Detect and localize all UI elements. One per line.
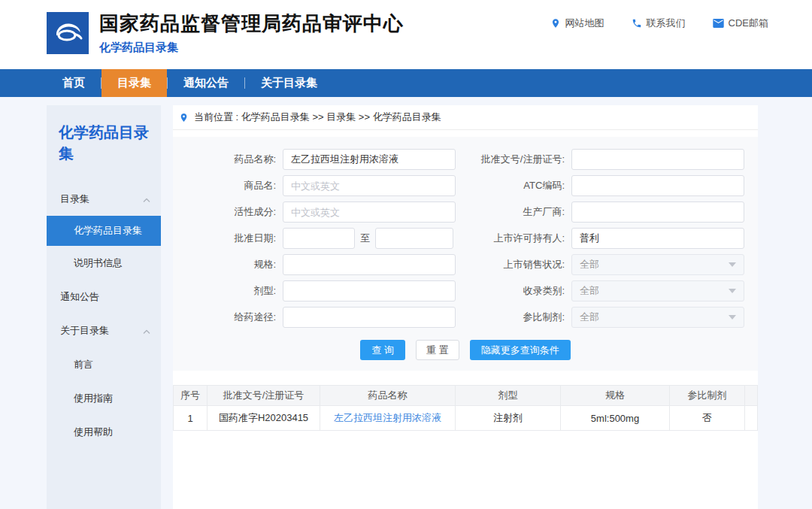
- approval-date-label: 批准日期:: [194, 232, 283, 245]
- search-button[interactable]: 查 询: [360, 340, 405, 360]
- contact-link-label: 联系我们: [647, 17, 686, 30]
- chevron-down-icon: [729, 262, 736, 267]
- location-pin-icon: [550, 18, 561, 29]
- phone-icon: [632, 18, 642, 29]
- main-nav: 首页 目录集 通知公告 关于目录集: [0, 69, 812, 97]
- form-row-manufacturer: 生产厂商:: [475, 201, 744, 223]
- cell-seq: 1: [174, 406, 208, 431]
- sidebar-item-user-guide[interactable]: 使用指南: [47, 381, 161, 415]
- cde-logo-icon: [47, 12, 89, 54]
- administration-route-input[interactable]: [283, 307, 456, 328]
- atc-code-input[interactable]: [571, 175, 744, 196]
- breadcrumb-text: 当前位置 : 化学药品目录集 >> 目录集 >> 化学药品目录集: [194, 111, 441, 124]
- spec-input[interactable]: [283, 254, 456, 275]
- form-row-drug-name: 药品名称:: [194, 149, 456, 170]
- license-holder-input[interactable]: [571, 228, 744, 249]
- approval-date-end-input[interactable]: [375, 228, 453, 249]
- column-header-approval-number: 批准文号/注册证号: [208, 386, 320, 406]
- form-row-active-ingredient: 活性成分:: [194, 201, 456, 223]
- sitemap-link-label: 网站地图: [565, 17, 604, 30]
- column-header-spec: 规格: [561, 386, 670, 406]
- cde-logo: [47, 12, 89, 54]
- cell-spec: 5ml:500mg: [561, 406, 670, 431]
- nav-item-home[interactable]: 首页: [47, 69, 101, 97]
- cde-mail-link-label: CDE邮箱: [729, 17, 768, 30]
- location-pin-icon: [179, 113, 189, 123]
- form-row-approval-date: 批准日期: 至: [194, 228, 456, 249]
- contact-link[interactable]: 联系我们: [632, 17, 686, 30]
- cell-drug-name: 左乙拉西坦注射用浓溶液: [320, 406, 456, 431]
- nav-item-about-catalog[interactable]: 关于目录集: [245, 69, 333, 97]
- breadcrumb: 当前位置 : 化学药品目录集 >> 目录集 >> 化学药品目录集: [173, 105, 758, 130]
- sidebar-item-announcements[interactable]: 通知公告: [47, 280, 161, 314]
- envelope-icon: [713, 19, 724, 28]
- reset-button[interactable]: 重 置: [416, 340, 459, 360]
- reference-product-value: 全部: [580, 311, 599, 324]
- result-table: 序号 批准文号/注册证号 药品名称 剂型 规格 参比制剂 1 国药准字H2020…: [173, 385, 758, 431]
- market-status-select[interactable]: 全部: [571, 254, 744, 275]
- cell-dosage-form: 注射剂: [456, 406, 561, 431]
- form-row-approval-number: 批准文号/注册证号:: [475, 149, 744, 170]
- administration-route-label: 给药途径:: [194, 311, 283, 324]
- table-row: 1 国药准字H20203415 左乙拉西坦注射用浓溶液 注射剂 5ml:500m…: [174, 406, 758, 431]
- column-header-drug-name: 药品名称: [320, 386, 456, 406]
- approval-number-label: 批准文号/注册证号:: [475, 153, 571, 166]
- search-form-left-column: 药品名称: 商品名: 活性成分: 批准日期: 至: [194, 149, 456, 328]
- manufacturer-input[interactable]: [571, 201, 744, 223]
- sidebar-item-foreword[interactable]: 前言: [47, 347, 161, 381]
- drug-name-label: 药品名称:: [194, 153, 283, 166]
- nav-item-announcements[interactable]: 通知公告: [168, 69, 244, 97]
- search-form: 药品名称: 商品名: 活性成分: 批准日期: 至: [173, 149, 758, 328]
- form-row-administration-route: 给药途径:: [194, 307, 456, 328]
- chevron-down-icon: [729, 289, 736, 293]
- reference-product-select[interactable]: 全部: [571, 307, 744, 328]
- market-status-value: 全部: [580, 258, 599, 271]
- approval-date-start-input[interactable]: [283, 228, 355, 249]
- cde-mail-link[interactable]: CDE邮箱: [713, 17, 768, 30]
- form-row-dosage-form: 剂型:: [194, 280, 456, 301]
- sidebar-item-catalog-group[interactable]: 目录集: [47, 182, 161, 216]
- sidebar-item-label-info[interactable]: 说明书信息: [47, 246, 161, 280]
- sidebar-item-help[interactable]: 使用帮助: [47, 415, 161, 449]
- form-row-atc-code: ATC编码:: [475, 175, 744, 196]
- site-header: 国家药品监督管理局药品审评中心 化学药品目录集 网站地图 联系我们 CDE邮箱: [0, 0, 812, 69]
- drug-name-input[interactable]: [283, 149, 456, 170]
- column-header-reference-product: 参比制剂: [670, 386, 745, 406]
- sidebar-title: 化学药品目录集: [47, 105, 161, 182]
- trade-name-label: 商品名:: [194, 179, 283, 192]
- form-row-reference-product: 参比制剂: 全部: [475, 307, 744, 328]
- reference-product-label: 参比制剂:: [475, 311, 571, 324]
- column-header-gutter: [745, 386, 758, 406]
- form-row-trade-name: 商品名:: [194, 175, 456, 196]
- inclusion-category-select[interactable]: 全部: [571, 280, 744, 301]
- cell-gutter: [745, 406, 758, 431]
- manufacturer-label: 生产厂商:: [475, 205, 571, 219]
- active-ingredient-input[interactable]: [283, 201, 456, 223]
- sitemap-link[interactable]: 网站地图: [550, 17, 604, 30]
- form-row-license-holder: 上市许可持有人:: [475, 228, 744, 249]
- sidebar: 化学药品目录集 目录集 化学药品目录集 说明书信息 通知公告 关于目录集 前言 …: [47, 105, 161, 509]
- license-holder-label: 上市许可持有人:: [475, 232, 571, 245]
- date-range-separator: 至: [360, 232, 370, 245]
- button-row: 查 询 重 置 隐藏更多查询条件: [173, 340, 758, 360]
- sidebar-item-about-catalog-group[interactable]: 关于目录集: [47, 314, 161, 347]
- site-subtitle: 化学药品目录集: [99, 41, 404, 55]
- toggle-more-conditions-button[interactable]: 隐藏更多查询条件: [470, 340, 571, 360]
- inclusion-category-label: 收录类别:: [475, 284, 571, 298]
- sidebar-item-label: 目录集: [60, 192, 89, 206]
- sidebar-item-chemical-drug-catalog[interactable]: 化学药品目录集: [47, 216, 161, 246]
- inclusion-category-value: 全部: [580, 284, 599, 298]
- drug-name-link[interactable]: 左乙拉西坦注射用浓溶液: [334, 411, 441, 425]
- trade-name-input[interactable]: [283, 175, 456, 196]
- approval-number-input[interactable]: [571, 149, 744, 170]
- main-content: 当前位置 : 化学药品目录集 >> 目录集 >> 化学药品目录集 药品名称: 商…: [173, 105, 758, 509]
- dosage-form-input[interactable]: [283, 280, 456, 301]
- chevron-up-icon: [143, 193, 150, 205]
- header-links: 网站地图 联系我们 CDE邮箱: [550, 17, 768, 30]
- chevron-down-icon: [729, 315, 736, 320]
- form-row-inclusion-category: 收录类别: 全部: [475, 280, 744, 301]
- nav-item-catalog[interactable]: 目录集: [102, 69, 167, 97]
- column-header-dosage-form: 剂型: [456, 386, 561, 406]
- market-status-label: 上市销售状况:: [475, 258, 571, 271]
- form-row-spec: 规格:: [194, 254, 456, 275]
